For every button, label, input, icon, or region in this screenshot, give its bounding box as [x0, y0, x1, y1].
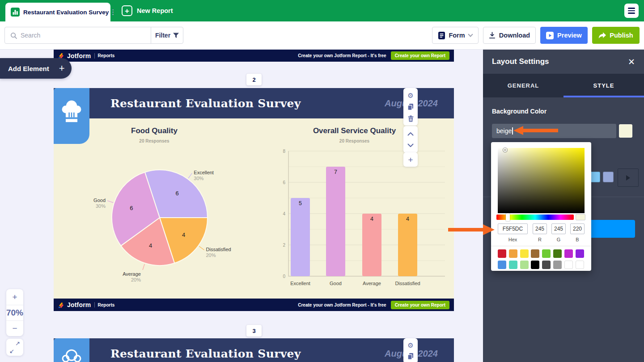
chevron-down-icon: [407, 143, 414, 147]
hue-slider-handle[interactable]: [506, 213, 510, 221]
svg-text:6: 6: [175, 190, 178, 197]
palette-color-swatch[interactable]: [553, 261, 562, 269]
new-report-button[interactable]: + New Report: [117, 0, 178, 21]
preset-color-swatch[interactable]: [603, 172, 614, 182]
palette-color-swatch[interactable]: [531, 261, 539, 269]
hex-input[interactable]: F5F5DC: [498, 223, 528, 234]
green-input[interactable]: 245: [551, 223, 566, 234]
hamburger-menu-button[interactable]: [624, 4, 639, 18]
palette-color-swatch[interactable]: [542, 249, 551, 258]
palette-color-swatch[interactable]: [509, 261, 517, 269]
svg-text:Excellent: Excellent: [290, 281, 310, 286]
form-dropdown-button[interactable]: Form: [432, 27, 479, 44]
delete-button[interactable]: [403, 113, 418, 124]
element-actions-toolbar: ⚙: [403, 88, 418, 126]
picker-divider: [491, 246, 591, 246]
preview-button[interactable]: Preview: [540, 27, 588, 44]
report-title: Restaurant Evaluation Survey: [110, 97, 301, 110]
download-icon: [489, 32, 496, 39]
tab-general[interactable]: GENERAL: [483, 74, 564, 97]
svg-text:5: 5: [299, 200, 302, 206]
svg-text:4: 4: [283, 211, 285, 216]
palette-color-swatch[interactable]: [498, 261, 506, 269]
next-presets-button[interactable]: [618, 168, 639, 187]
chevron-down-icon: [468, 32, 473, 37]
download-button[interactable]: Download: [483, 27, 536, 44]
page-number-badge: 2: [246, 74, 262, 85]
bar-chart-block: Overall Service Quality 20 Responses 024…: [255, 118, 454, 299]
svg-text:7: 7: [334, 169, 337, 175]
hue-slider[interactable]: [496, 215, 574, 220]
duplicate-button[interactable]: [403, 351, 418, 362]
layout-settings-panel: Layout Settings ✕ GENERAL STYLE Backgrou…: [483, 50, 644, 362]
chef-hat-icon: [61, 100, 82, 127]
settings-button[interactable]: ⚙: [403, 89, 418, 101]
top-bar: Restaurant Evaluation Survey ⋮ + New Rep…: [0, 0, 644, 21]
search-input[interactable]: Search: [5, 27, 151, 43]
close-icon[interactable]: ✕: [626, 56, 637, 68]
create-report-cta-button[interactable]: Create your own Report: [391, 301, 449, 309]
blue-input[interactable]: 220: [570, 223, 585, 234]
add-page-element-button[interactable]: +: [403, 152, 418, 167]
report-page-2[interactable]: Restaurant Evaluation Survey August 2024…: [54, 88, 454, 311]
saturation-area[interactable]: [498, 148, 585, 213]
publish-button[interactable]: Publish: [592, 27, 640, 44]
svg-text:8: 8: [283, 149, 285, 154]
palette-color-swatch[interactable]: [542, 261, 551, 269]
form-icon: [438, 32, 445, 39]
svg-text:Dissatisfied: Dissatisfied: [206, 247, 231, 252]
duplicate-button[interactable]: [403, 101, 418, 113]
svg-text:Excellent: Excellent: [194, 170, 214, 175]
tab-style[interactable]: STYLE: [564, 74, 644, 97]
svg-text:6: 6: [283, 180, 285, 185]
palette-color-swatch[interactable]: [564, 249, 573, 258]
svg-text:4: 4: [182, 232, 185, 238]
move-up-button[interactable]: [403, 128, 418, 139]
pie-chart: 6Excellent30%4Dissatisfied20%4Average20%…: [54, 118, 255, 299]
panel-title: Layout Settings: [492, 57, 549, 66]
palette-color-swatch[interactable]: [553, 249, 562, 258]
g-label: G: [551, 237, 566, 242]
palette-color-swatch[interactable]: [564, 261, 573, 269]
report-header-band: Restaurant Evaluation Survey August 2024: [54, 338, 454, 362]
svg-text:4: 4: [149, 242, 152, 249]
palette-color-swatch[interactable]: [531, 249, 539, 258]
annotation-arrow-beige: [513, 126, 558, 135]
search-placeholder: Search: [21, 32, 40, 39]
move-down-button[interactable]: [403, 139, 418, 151]
svg-text:4: 4: [370, 216, 373, 222]
zoom-in-button[interactable]: +: [6, 289, 23, 305]
palette-color-swatch[interactable]: [520, 249, 529, 258]
filter-button[interactable]: Filter: [151, 27, 183, 43]
svg-text:20%: 20%: [206, 253, 216, 258]
palette-color-swatch[interactable]: [498, 249, 506, 258]
palette-color-swatch[interactable]: [520, 261, 529, 269]
panel-tabs: GENERAL STYLE: [483, 74, 644, 97]
report-canvas[interactable]: Jotform Reports Create your own Jotform …: [0, 50, 483, 362]
toolbar: Search Filter Form: [0, 21, 644, 50]
zoom-out-button[interactable]: −: [6, 320, 23, 336]
settings-button[interactable]: ⚙: [403, 340, 418, 351]
palette-color-swatch[interactable]: [576, 249, 584, 258]
report-header-band: Restaurant Evaluation Survey August 2024: [54, 88, 454, 118]
color-input-value: beige: [496, 127, 512, 135]
svg-text:6: 6: [130, 205, 133, 211]
tab-menu-icon[interactable]: ⋮: [109, 8, 117, 16]
svg-text:20%: 20%: [131, 277, 141, 282]
ad-promo-text: Create your own Jotform Report - It's fr…: [298, 53, 386, 58]
trash-icon: [408, 115, 414, 122]
add-element-button[interactable]: Add Element +: [0, 58, 72, 79]
current-color-swatch[interactable]: [619, 124, 632, 138]
create-report-cta-button[interactable]: Create your own Report: [391, 51, 449, 60]
svg-text:Good: Good: [330, 281, 342, 286]
palette-color-swatch[interactable]: [576, 261, 584, 269]
report-page-3[interactable]: Restaurant Evaluation Survey August 2024: [54, 338, 454, 362]
tab-restaurant-evaluation-survey[interactable]: Restaurant Evaluation Survey ⋮: [5, 3, 110, 21]
plus-icon: +: [122, 5, 132, 16]
color-picker-popup: F5F5DC 245 245 220 Hex R G B: [491, 142, 591, 271]
fullscreen-button[interactable]: ↗ ↙: [6, 339, 23, 356]
saturation-selector[interactable]: [503, 148, 507, 152]
red-input[interactable]: 245: [533, 223, 547, 234]
palette-color-swatch[interactable]: [509, 249, 517, 258]
gear-icon: ⚙: [407, 342, 413, 349]
